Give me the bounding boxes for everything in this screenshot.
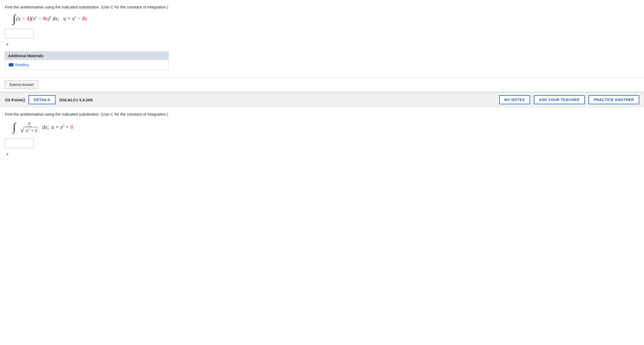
sqrt-symbol: √ — [20, 126, 24, 134]
dx-label-2: dx; — [42, 124, 49, 130]
practice-another-button[interactable]: PRACTICE ANOTHER — [589, 95, 639, 104]
book-icon — [9, 63, 13, 67]
ask-teacher-button[interactable]: ASK YOUR TEACHER — [534, 95, 585, 104]
problem2-answer-input[interactable] — [5, 139, 34, 148]
my-notes-button[interactable]: MY NOTES — [499, 95, 530, 104]
problem1-section: Find the antiderivative using the indica… — [0, 0, 644, 78]
substitution-2: u = x2 + 6 — [52, 124, 73, 130]
denominator: √ x2 + 6 — [20, 126, 39, 134]
expand-button-1[interactable]: + — [6, 42, 639, 48]
problem2-math: ∫ x √ x2 + 6 dx; u = x2 + 6 — [13, 120, 639, 134]
svg-rect-0 — [9, 63, 11, 66]
svg-rect-2 — [11, 63, 11, 67]
problem2-section: Find the antiderivative using the indica… — [0, 107, 644, 164]
problem-bar: /10 Points] DETAILS OSCALC1 5.5.265. MY … — [0, 93, 644, 107]
additional-materials-box: Additional Materials Reading — [5, 51, 169, 70]
additional-materials-body: Reading — [5, 60, 168, 70]
problem1-expression: (x − 4)(x2 − 8x)3 dx; u = x2 − 8x — [16, 15, 87, 22]
integral-symbol-1: ∫ — [13, 13, 16, 24]
details-button[interactable]: DETAILS — [29, 95, 55, 104]
reading-label: Reading — [15, 63, 29, 67]
problem2-instruction: Find the antiderivative using the indica… — [5, 112, 639, 116]
additional-materials-label: Additional Materials — [8, 54, 43, 58]
numerator: x — [26, 120, 32, 126]
problem1-math: ∫ (x − 4)(x2 − 8x)3 dx; u = x2 − 8x — [13, 13, 639, 24]
expand-button-2[interactable]: + — [6, 151, 639, 157]
sqrt-radicand: x2 + 6 — [25, 127, 38, 134]
submit-button[interactable]: Submit Answer — [5, 80, 38, 89]
additional-materials-header: Additional Materials — [5, 52, 168, 60]
problem1-instruction: Find the antiderivative using the indica… — [5, 5, 639, 9]
integral-symbol-2: ∫ — [13, 121, 16, 133]
points-label: /10 Points] — [5, 98, 25, 102]
problem-id: OSCALC1 5.5.265. — [59, 98, 94, 102]
submit-bar: Submit Answer — [0, 78, 644, 92]
reading-link[interactable]: Reading — [9, 63, 165, 67]
problem1-answer-input[interactable] — [5, 29, 34, 38]
svg-rect-1 — [11, 63, 13, 66]
fraction-wrapper: x √ x2 + 6 — [20, 120, 39, 134]
